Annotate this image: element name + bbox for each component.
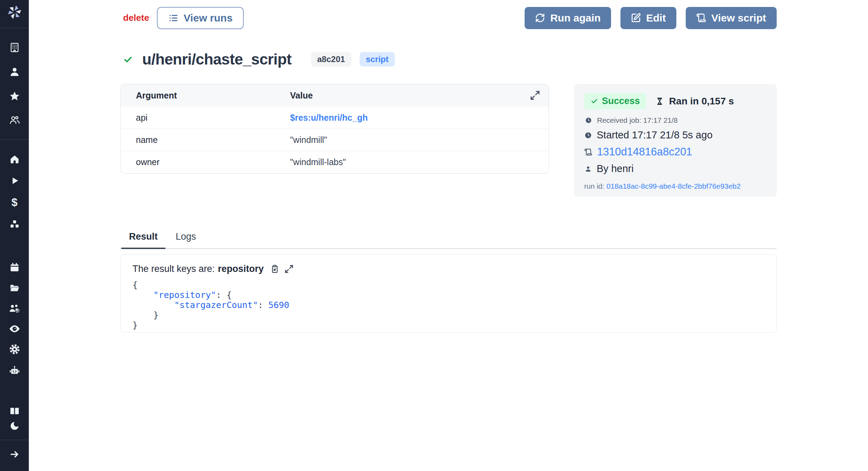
workspace-building-icon — [9, 42, 20, 53]
run-id-label: run id: — [584, 182, 604, 190]
view-script-button[interactable]: View script — [686, 7, 777, 29]
sidebar-item-docs[interactable] — [0, 405, 29, 417]
workers-robot-icon — [9, 365, 20, 376]
job-hash-link[interactable]: 1310d14816a8c201 — [597, 146, 692, 158]
started-line: Started 17:17 21/8 5s ago — [584, 129, 766, 141]
kind-badge: script — [360, 52, 395, 67]
arg-name: owner — [121, 157, 290, 167]
hourglass-icon — [655, 97, 664, 106]
title-row: u/henri/chaste_script a8c201 script — [120, 51, 777, 68]
status-label: Success — [602, 96, 640, 106]
sidebar-divider-top — [0, 28, 29, 28]
delete-button[interactable]: delete — [123, 12, 149, 23]
received-text: Received job: 17:17 21/8 — [597, 116, 678, 125]
person-icon — [584, 165, 592, 173]
scroll-icon — [696, 13, 706, 23]
sidebar-item-members[interactable] — [0, 114, 29, 126]
sidebar-item-user[interactable] — [0, 66, 29, 78]
edit-pencil-icon — [631, 13, 641, 23]
column-argument: Argument — [121, 91, 290, 101]
view-runs-button[interactable]: View runs — [157, 7, 244, 29]
refresh-icon — [535, 13, 545, 23]
view-runs-label: View runs — [184, 12, 233, 24]
sidebar-item-workspace[interactable] — [0, 42, 29, 53]
run-again-button[interactable]: Run again — [525, 7, 611, 29]
sidebar-item-groups[interactable] — [0, 302, 29, 314]
table-row: owner "windmill-labs" — [121, 151, 549, 173]
user-icon — [9, 66, 20, 77]
duration: Ran in 0,157 s — [655, 96, 734, 107]
sidebar-item-expand[interactable] — [0, 448, 29, 460]
sidebar-item-settings[interactable] — [0, 343, 29, 355]
job-hash-line: 1310d14816a8c201 — [584, 146, 766, 158]
arguments-table-header: Argument Value — [121, 84, 549, 106]
sidebar-item-schedules[interactable] — [0, 262, 29, 273]
table-expand-icon[interactable] — [530, 90, 540, 101]
hash-badge: a8c201 — [311, 52, 351, 67]
arg-value: "windmill" — [290, 135, 327, 145]
tab-result[interactable]: Result — [121, 230, 166, 248]
column-value: Value — [290, 91, 549, 101]
clock-icon — [585, 117, 592, 124]
windmill-logo-icon — [7, 4, 23, 20]
expand-sidebar-arrow-icon — [9, 449, 20, 460]
sidebar-item-home[interactable] — [0, 153, 29, 165]
sidebar-item-variables[interactable]: $ — [0, 196, 29, 208]
docs-book-icon — [9, 405, 20, 417]
page-title: u/henri/chaste_script — [142, 51, 292, 68]
arg-name: api — [121, 113, 290, 123]
groups-settings-icon — [9, 302, 20, 314]
audit-logs-eye-icon — [9, 323, 20, 335]
sidebar: $ — [0, 0, 29, 471]
list-icon — [168, 13, 178, 23]
started-text: Started 17:17 21/8 5s ago — [597, 129, 713, 141]
sidebar-item-workers[interactable] — [0, 365, 29, 376]
table-row: name "windmill" — [121, 129, 549, 151]
edit-label: Edit — [646, 12, 666, 24]
sidebar-item-favorites[interactable] — [0, 90, 29, 102]
result-keys-prefix: The result keys are: — [133, 264, 215, 274]
resources-cubes-icon — [9, 219, 20, 230]
schedules-calendar-icon — [9, 262, 20, 273]
dark-mode-moon-icon — [9, 421, 20, 431]
sidebar-item-folders[interactable] — [0, 282, 29, 294]
result-json: { "repository": { "stargazerCount": 5690… — [128, 280, 769, 330]
sidebar-item-dark-mode[interactable] — [0, 420, 29, 432]
sidebar-item-audit-logs[interactable] — [0, 323, 29, 335]
resource-link[interactable]: $res:u/henri/hc_gh — [290, 113, 368, 122]
windmill-logo[interactable] — [0, 4, 29, 20]
runs-play-icon — [9, 175, 20, 186]
sidebar-divider-bottom — [0, 440, 29, 440]
arg-value: "windmill-labs" — [290, 157, 346, 167]
clipboard-copy-icon[interactable] — [270, 264, 279, 274]
sidebar-item-resources[interactable] — [0, 219, 29, 230]
clock-icon — [584, 131, 592, 139]
status-panel: Success Ran in 0,157 s Received job: — [574, 84, 777, 197]
result-key-name: repository — [218, 264, 264, 274]
arg-name: name — [121, 135, 290, 145]
home-icon — [9, 154, 20, 165]
result-expand-icon[interactable] — [284, 264, 294, 274]
script-hash-scroll-icon — [584, 148, 592, 156]
settings-gear-icon — [9, 343, 20, 355]
result-card: The result keys are: repository — [120, 254, 777, 333]
sidebar-item-runs[interactable] — [0, 175, 29, 187]
folders-icon — [9, 282, 20, 293]
arguments-table: Argument Value api $res:u/henri/hc_gh na… — [120, 84, 549, 173]
author-text: By henri — [597, 163, 634, 174]
author-line: By henri — [584, 163, 766, 174]
variables-dollar-icon: $ — [11, 197, 17, 208]
duration-text: Ran in 0,157 s — [669, 96, 734, 107]
edit-button[interactable]: Edit — [620, 7, 676, 29]
result-tabs: Result Logs — [120, 230, 777, 249]
tab-logs[interactable]: Logs — [168, 230, 204, 248]
success-check-icon — [123, 55, 133, 64]
view-script-label: View script — [711, 12, 766, 24]
received-line: Received job: 17:17 21/8 — [584, 116, 766, 125]
action-bar: delete View runs — [120, 7, 777, 29]
status-badge: Success — [584, 93, 646, 109]
run-id-link[interactable]: 018a18ac-8c99-abe4-8cfe-2bbf76e93eb2 — [607, 182, 741, 190]
check-icon — [591, 97, 598, 105]
run-id-line: run id: 018a18ac-8c99-abe4-8cfe-2bbf76e9… — [584, 182, 766, 190]
favorites-star-icon — [9, 91, 20, 102]
